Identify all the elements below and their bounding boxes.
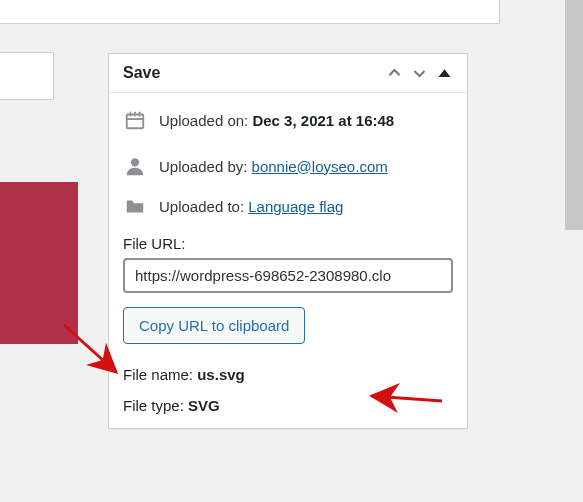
file-name-value: us.svg bbox=[197, 366, 245, 383]
panel-sort-controls bbox=[386, 65, 453, 82]
calendar-icon bbox=[123, 109, 147, 131]
user-icon bbox=[123, 155, 147, 177]
uploaded-to-link[interactable]: Language flag bbox=[248, 198, 343, 215]
uploaded-on-label: Uploaded on: bbox=[159, 112, 248, 129]
uploaded-to-row: Uploaded to: Language flag bbox=[123, 195, 453, 217]
scrollbar[interactable] bbox=[565, 0, 583, 230]
file-type-value: SVG bbox=[188, 397, 220, 414]
uploaded-on-text: Uploaded on: Dec 3, 2021 at 16:48 bbox=[159, 112, 394, 129]
uploaded-to-text: Uploaded to: Language flag bbox=[159, 198, 343, 215]
file-type-label: File type: bbox=[123, 397, 184, 414]
file-name-row: File name: us.svg bbox=[123, 366, 453, 383]
partial-panel-left bbox=[0, 52, 54, 100]
chevron-down-icon[interactable] bbox=[411, 65, 428, 82]
folder-icon bbox=[123, 195, 147, 217]
panel-header: Save bbox=[109, 54, 467, 93]
uploaded-by-row: Uploaded by: bonnie@loyseo.com bbox=[123, 155, 453, 177]
uploaded-by-link[interactable]: bonnie@loyseo.com bbox=[252, 158, 388, 175]
thumbnail-red-block bbox=[0, 182, 78, 344]
uploaded-to-label: Uploaded to: bbox=[159, 198, 244, 215]
save-panel: Save Uploaded on: Dec 3, 2021 at 16:48 bbox=[108, 53, 468, 429]
file-url-label: File URL: bbox=[123, 235, 453, 252]
svg-point-5 bbox=[131, 158, 139, 166]
collapse-triangle-icon[interactable] bbox=[436, 65, 453, 82]
uploaded-by-text: Uploaded by: bonnie@loyseo.com bbox=[159, 158, 388, 175]
partial-panel-top bbox=[0, 0, 500, 24]
copy-url-button[interactable]: Copy URL to clipboard bbox=[123, 307, 305, 344]
panel-title: Save bbox=[123, 64, 160, 82]
panel-body: Uploaded on: Dec 3, 2021 at 16:48 Upload… bbox=[109, 93, 467, 414]
file-url-input[interactable] bbox=[123, 258, 453, 293]
file-type-row: File type: SVG bbox=[123, 397, 453, 414]
svg-rect-0 bbox=[127, 115, 144, 129]
file-name-label: File name: bbox=[123, 366, 193, 383]
uploaded-on-row: Uploaded on: Dec 3, 2021 at 16:48 bbox=[123, 109, 453, 131]
uploaded-on-value: Dec 3, 2021 at 16:48 bbox=[252, 112, 394, 129]
uploaded-by-label: Uploaded by: bbox=[159, 158, 247, 175]
chevron-up-icon[interactable] bbox=[386, 65, 403, 82]
